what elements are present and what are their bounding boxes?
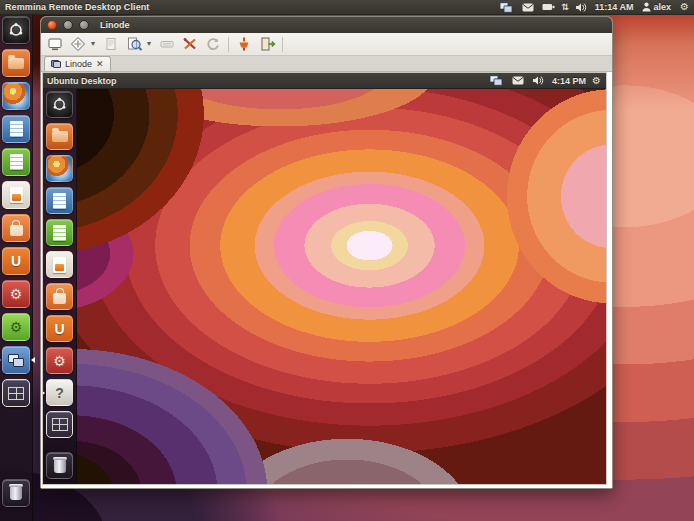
libreoffice-writer-icon: [46, 187, 73, 214]
launcher-item-green-gear-app[interactable]: ⚙: [2, 313, 30, 341]
remote-launcher-item-libreoffice-calc[interactable]: [46, 219, 73, 246]
remote-launcher-item-software-center[interactable]: [46, 283, 73, 310]
shopping-bag-glyph: [10, 225, 23, 236]
messaging-indicator-icon[interactable]: [518, 0, 538, 14]
remote-desktop-indicator-icon[interactable]: [494, 0, 518, 14]
remote-launcher-item-unknown-window[interactable]: ?: [46, 379, 73, 406]
remote-launcher-item-dash-home[interactable]: [46, 91, 73, 118]
shopping-bag-glyph: [53, 293, 66, 304]
toolbar-separator: [228, 37, 229, 52]
keyboard-icon: [159, 36, 175, 52]
launcher-item-ubuntu-one[interactable]: U: [2, 247, 30, 275]
sound-indicator-icon[interactable]: [571, 0, 591, 14]
launcher-item-firefox[interactable]: [2, 82, 30, 110]
remote-launcher-item-libreoffice-impress[interactable]: [46, 251, 73, 278]
fullscreen-icon: [47, 36, 63, 52]
remote-clock[interactable]: 4:14 PM: [548, 76, 590, 86]
spreadsheet-glyph: [53, 225, 66, 241]
folder-glyph: [52, 131, 68, 142]
disconnect-plug-icon: [236, 36, 252, 52]
system-settings-icon: ⚙: [46, 347, 73, 374]
keyboard-button[interactable]: [157, 35, 177, 53]
remmina-window: Linode ▾ ▾: [40, 16, 613, 489]
toggle-fullscreen-button[interactable]: [45, 35, 65, 53]
workspace-switcher-icon: [2, 379, 30, 407]
folder-glyph: [8, 58, 24, 69]
libreoffice-calc-icon: [46, 219, 73, 246]
scaled-mode-button[interactable]: [101, 35, 121, 53]
remote-launcher-item-ubuntu-one[interactable]: U: [46, 315, 73, 342]
window-maximize-button[interactable]: [79, 20, 89, 30]
remote-launcher-item-system-settings[interactable]: ⚙: [46, 347, 73, 374]
remote-launcher-item-home-folder[interactable]: [46, 123, 73, 150]
envelope-icon: [512, 75, 524, 86]
firefox-icon: [46, 155, 73, 182]
network-indicator-icon[interactable]: ⇅: [559, 0, 571, 14]
launcher-item-workspace-switcher[interactable]: [2, 379, 30, 407]
remote-viewport: Ubuntu Desktop 4:14 PM ⚙: [41, 72, 612, 488]
window-close-button[interactable]: [47, 20, 57, 30]
document-glyph: [53, 193, 66, 209]
host-top-panel: Remmina Remote Desktop Client ⇅ 11:14 AM…: [0, 0, 694, 15]
tab-linode[interactable]: Linode ✕: [44, 56, 111, 71]
remmina-icon: [2, 346, 30, 374]
tab-label: Linode: [65, 59, 92, 69]
sound-indicator-icon[interactable]: [528, 73, 548, 88]
ubuntu-logo-icon: [52, 97, 67, 112]
battery-indicator-icon[interactable]: [538, 0, 559, 14]
magnifier-page-icon: [126, 36, 143, 52]
trash-can-glyph: [10, 486, 22, 500]
launcher-item-dash-home[interactable]: [2, 16, 30, 44]
launcher-item-home-folder[interactable]: [2, 49, 30, 77]
trash-icon: [2, 479, 30, 507]
launcher-item-trash[interactable]: [2, 479, 30, 507]
launcher-item-libreoffice-writer[interactable]: [2, 115, 30, 143]
tab-close-button[interactable]: ✕: [96, 59, 104, 69]
refresh-icon: [205, 36, 221, 52]
messaging-indicator-icon[interactable]: [508, 73, 528, 88]
username-label: alex: [653, 2, 675, 12]
disconnect-button[interactable]: [234, 35, 254, 53]
launcher-item-libreoffice-calc[interactable]: [2, 148, 30, 176]
refresh-button[interactable]: [203, 35, 223, 53]
remote-launcher-item-libreoffice-writer[interactable]: [46, 187, 73, 214]
magnifier-dropdown-caret[interactable]: ▾: [147, 40, 154, 48]
person-icon: [642, 2, 651, 12]
document-glyph: [10, 121, 23, 137]
presentation-glyph: [53, 257, 66, 273]
speaker-icon: [575, 2, 587, 13]
remote-display-canvas[interactable]: Ubuntu Desktop 4:14 PM ⚙: [43, 73, 606, 484]
grab-keyboard-magnifier-button[interactable]: [124, 35, 144, 53]
connection-tabbar: Linode ✕: [41, 56, 612, 72]
launcher-item-libreoffice-impress[interactable]: [2, 181, 30, 209]
user-menu[interactable]: alex: [638, 0, 679, 14]
host-clock[interactable]: 11:14 AM: [591, 2, 638, 12]
trash-icon: [46, 452, 73, 479]
launcher-item-software-center[interactable]: [2, 214, 30, 242]
libreoffice-impress-icon: [46, 251, 73, 278]
dual-monitor-icon: [500, 2, 513, 12]
auto-fit-dropdown-caret[interactable]: ▾: [91, 40, 98, 48]
remote-desktop-indicator-icon[interactable]: [484, 73, 508, 88]
remote-wallpaper[interactable]: [43, 73, 606, 484]
launcher-item-remmina[interactable]: [2, 346, 30, 374]
toolbar-separator: [282, 37, 283, 52]
launcher-item-system-settings[interactable]: ⚙: [2, 280, 30, 308]
crossed-tools-icon: [182, 36, 198, 52]
remote-panel-title: Ubuntu Desktop: [47, 76, 117, 86]
software-center-icon: [2, 214, 30, 242]
window-titlebar[interactable]: Linode: [41, 17, 612, 33]
unknown-window-icon: ?: [46, 379, 73, 406]
exit-button[interactable]: [257, 35, 277, 53]
tab-connection-icon: [51, 60, 61, 68]
remote-launcher-item-trash[interactable]: [46, 452, 73, 479]
connection-toolbar: ▾ ▾: [41, 33, 612, 56]
remote-launcher-item-firefox[interactable]: [46, 155, 73, 182]
tools-button[interactable]: [180, 35, 200, 53]
remote-launcher-item-workspace-switcher[interactable]: [46, 411, 73, 438]
session-gear-menu[interactable]: ⚙: [678, 2, 694, 12]
window-minimize-button[interactable]: [63, 20, 73, 30]
auto-fit-window-button[interactable]: [68, 35, 88, 53]
remote-session-gear-menu[interactable]: ⚙: [590, 76, 606, 86]
remote-unity-launcher: U ⚙ ?: [43, 89, 77, 484]
